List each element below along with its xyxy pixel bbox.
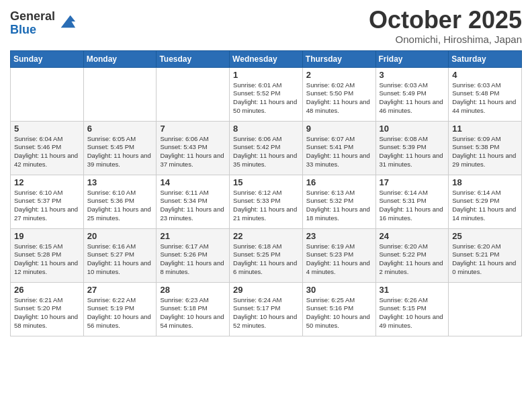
- day-info: Sunrise: 6:26 AM Sunset: 5:15 PM Dayligh…: [380, 296, 445, 330]
- calendar-cell: 22Sunrise: 6:18 AM Sunset: 5:25 PM Dayli…: [230, 228, 303, 282]
- calendar-cell: 30Sunrise: 6:25 AM Sunset: 5:16 PM Dayli…: [302, 282, 375, 336]
- calendar-cell: 5Sunrise: 6:04 AM Sunset: 5:46 PM Daylig…: [11, 121, 84, 175]
- day-number: 22: [233, 231, 299, 241]
- calendar-cell: 12Sunrise: 6:10 AM Sunset: 5:37 PM Dayli…: [11, 175, 84, 228]
- calendar-cell: 14Sunrise: 6:11 AM Sunset: 5:34 PM Dayli…: [157, 175, 230, 228]
- calendar-cell: [157, 67, 230, 121]
- title-area: October 2025 Onomichi, Hiroshima, Japan: [369, 7, 522, 45]
- calendar-cell: 4Sunrise: 6:03 AM Sunset: 5:48 PM Daylig…: [449, 67, 522, 121]
- calendar-cell: 3Sunrise: 6:03 AM Sunset: 5:49 PM Daylig…: [375, 67, 449, 121]
- location: Onomichi, Hiroshima, Japan: [369, 34, 522, 45]
- day-info: Sunrise: 6:17 AM Sunset: 5:26 PM Dayligh…: [160, 242, 226, 277]
- day-number: 18: [452, 177, 518, 187]
- weekday-thursday: Thursday: [302, 50, 375, 67]
- day-number: 20: [87, 231, 153, 241]
- weekday-monday: Monday: [83, 50, 157, 67]
- day-info: Sunrise: 6:14 AM Sunset: 5:31 PM Dayligh…: [380, 189, 445, 223]
- calendar-cell: 6Sunrise: 6:05 AM Sunset: 5:45 PM Daylig…: [83, 121, 157, 175]
- day-info: Sunrise: 6:11 AM Sunset: 5:34 PM Dayligh…: [160, 189, 226, 223]
- calendar-cell: [83, 67, 157, 121]
- day-info: Sunrise: 6:09 AM Sunset: 5:38 PM Dayligh…: [452, 135, 518, 169]
- calendar-cell: 19Sunrise: 6:15 AM Sunset: 5:28 PM Dayli…: [11, 228, 84, 282]
- calendar-cell: 13Sunrise: 6:10 AM Sunset: 5:36 PM Dayli…: [83, 175, 157, 228]
- day-info: Sunrise: 6:04 AM Sunset: 5:46 PM Dayligh…: [14, 135, 80, 169]
- day-number: 30: [306, 285, 372, 295]
- day-number: 16: [306, 177, 372, 187]
- day-number: 31: [380, 285, 445, 295]
- calendar-cell: 26Sunrise: 6:21 AM Sunset: 5:20 PM Dayli…: [11, 282, 84, 336]
- calendar-table: SundayMondayTuesdayWednesdayThursdayFrid…: [10, 50, 522, 336]
- weekday-saturday: Saturday: [449, 50, 522, 67]
- day-number: 29: [233, 285, 299, 295]
- day-info: Sunrise: 6:22 AM Sunset: 5:19 PM Dayligh…: [87, 296, 153, 330]
- calendar-week-0: 1Sunrise: 6:01 AM Sunset: 5:52 PM Daylig…: [11, 67, 522, 121]
- logo-icon: [58, 12, 77, 31]
- weekday-tuesday: Tuesday: [157, 50, 230, 67]
- calendar-cell: 15Sunrise: 6:12 AM Sunset: 5:33 PM Dayli…: [230, 175, 303, 228]
- day-info: Sunrise: 6:06 AM Sunset: 5:43 PM Dayligh…: [160, 135, 226, 169]
- day-number: 6: [87, 124, 153, 134]
- day-number: 12: [14, 177, 80, 187]
- calendar-cell: 25Sunrise: 6:20 AM Sunset: 5:21 PM Dayli…: [449, 228, 522, 282]
- day-number: 17: [380, 177, 445, 187]
- day-info: Sunrise: 6:15 AM Sunset: 5:28 PM Dayligh…: [14, 242, 80, 277]
- day-number: 4: [452, 70, 518, 80]
- day-number: 19: [14, 231, 80, 241]
- day-number: 11: [452, 124, 518, 134]
- calendar-cell: [449, 282, 522, 336]
- day-number: 9: [306, 124, 372, 134]
- day-number: 5: [14, 124, 80, 134]
- day-info: Sunrise: 6:01 AM Sunset: 5:52 PM Dayligh…: [233, 81, 299, 116]
- month-title: October 2025: [369, 7, 522, 34]
- day-number: 7: [160, 124, 226, 134]
- calendar-week-4: 26Sunrise: 6:21 AM Sunset: 5:20 PM Dayli…: [11, 282, 522, 336]
- day-info: Sunrise: 6:24 AM Sunset: 5:17 PM Dayligh…: [233, 296, 299, 330]
- logo-text: General Blue: [10, 10, 55, 37]
- day-info: Sunrise: 6:21 AM Sunset: 5:20 PM Dayligh…: [14, 296, 80, 330]
- calendar-cell: 8Sunrise: 6:06 AM Sunset: 5:42 PM Daylig…: [230, 121, 303, 175]
- logo-general: General: [10, 10, 55, 24]
- day-info: Sunrise: 6:08 AM Sunset: 5:39 PM Dayligh…: [380, 135, 445, 169]
- day-info: Sunrise: 6:20 AM Sunset: 5:21 PM Dayligh…: [452, 242, 518, 277]
- calendar-cell: [11, 67, 84, 121]
- day-number: 26: [14, 285, 80, 295]
- calendar-cell: 1Sunrise: 6:01 AM Sunset: 5:52 PM Daylig…: [230, 67, 303, 121]
- day-info: Sunrise: 6:25 AM Sunset: 5:16 PM Dayligh…: [306, 296, 372, 330]
- day-number: 14: [160, 177, 226, 187]
- calendar-cell: 28Sunrise: 6:23 AM Sunset: 5:18 PM Dayli…: [157, 282, 230, 336]
- calendar-cell: 29Sunrise: 6:24 AM Sunset: 5:17 PM Dayli…: [230, 282, 303, 336]
- day-info: Sunrise: 6:20 AM Sunset: 5:22 PM Dayligh…: [380, 242, 445, 277]
- weekday-header-row: SundayMondayTuesdayWednesdayThursdayFrid…: [11, 50, 522, 67]
- calendar-cell: 17Sunrise: 6:14 AM Sunset: 5:31 PM Dayli…: [375, 175, 449, 228]
- calendar-cell: 7Sunrise: 6:06 AM Sunset: 5:43 PM Daylig…: [157, 121, 230, 175]
- calendar-cell: 31Sunrise: 6:26 AM Sunset: 5:15 PM Dayli…: [375, 282, 449, 336]
- calendar-week-1: 5Sunrise: 6:04 AM Sunset: 5:46 PM Daylig…: [11, 121, 522, 175]
- logo: General Blue: [10, 10, 77, 37]
- calendar-cell: 10Sunrise: 6:08 AM Sunset: 5:39 PM Dayli…: [375, 121, 449, 175]
- calendar-week-2: 12Sunrise: 6:10 AM Sunset: 5:37 PM Dayli…: [11, 175, 522, 228]
- day-number: 13: [87, 177, 153, 187]
- day-number: 1: [233, 70, 299, 80]
- day-number: 10: [380, 124, 445, 134]
- day-info: Sunrise: 6:03 AM Sunset: 5:48 PM Dayligh…: [452, 81, 518, 116]
- calendar-cell: 21Sunrise: 6:17 AM Sunset: 5:26 PM Dayli…: [157, 228, 230, 282]
- calendar-cell: 20Sunrise: 6:16 AM Sunset: 5:27 PM Dayli…: [83, 228, 157, 282]
- weekday-sunday: Sunday: [11, 50, 84, 67]
- calendar-cell: 27Sunrise: 6:22 AM Sunset: 5:19 PM Dayli…: [83, 282, 157, 336]
- day-number: 8: [233, 124, 299, 134]
- day-number: 24: [380, 231, 445, 241]
- calendar-week-3: 19Sunrise: 6:15 AM Sunset: 5:28 PM Dayli…: [11, 228, 522, 282]
- day-info: Sunrise: 6:03 AM Sunset: 5:49 PM Dayligh…: [380, 81, 445, 116]
- header: General Blue October 2025 Onomichi, Hiro…: [10, 7, 522, 45]
- day-info: Sunrise: 6:02 AM Sunset: 5:50 PM Dayligh…: [306, 81, 372, 116]
- logo-blue: Blue: [10, 24, 55, 37]
- calendar-cell: 11Sunrise: 6:09 AM Sunset: 5:38 PM Dayli…: [449, 121, 522, 175]
- day-info: Sunrise: 6:19 AM Sunset: 5:23 PM Dayligh…: [306, 242, 372, 277]
- day-number: 15: [233, 177, 299, 187]
- day-info: Sunrise: 6:18 AM Sunset: 5:25 PM Dayligh…: [233, 242, 299, 277]
- day-info: Sunrise: 6:10 AM Sunset: 5:36 PM Dayligh…: [87, 189, 153, 223]
- day-info: Sunrise: 6:06 AM Sunset: 5:42 PM Dayligh…: [233, 135, 299, 169]
- weekday-friday: Friday: [375, 50, 449, 67]
- day-info: Sunrise: 6:14 AM Sunset: 5:29 PM Dayligh…: [452, 189, 518, 223]
- day-number: 23: [306, 231, 372, 241]
